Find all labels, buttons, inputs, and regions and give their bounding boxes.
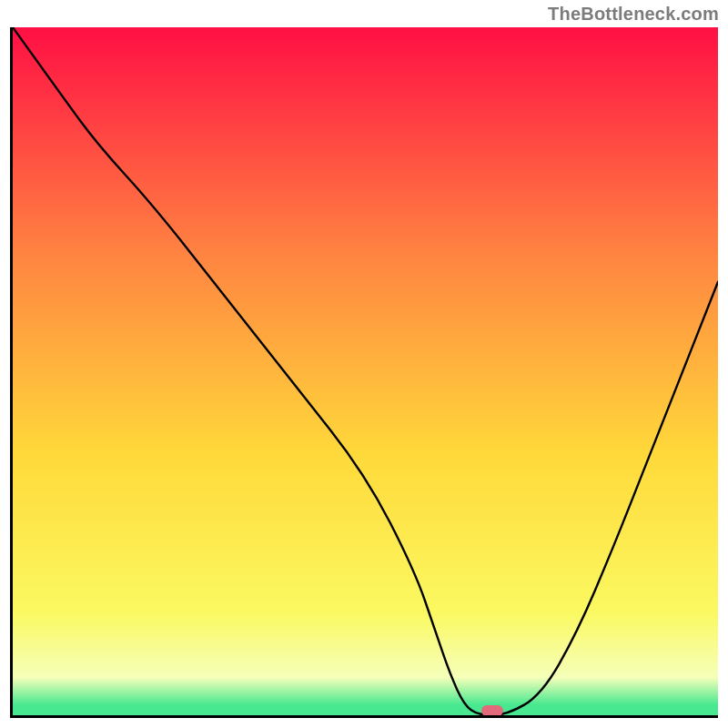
gradient-background [13, 27, 718, 715]
plot-area [10, 27, 718, 718]
attribution: TheBottleneck.com [548, 4, 719, 25]
chart-container: TheBottleneck.com [0, 0, 728, 728]
